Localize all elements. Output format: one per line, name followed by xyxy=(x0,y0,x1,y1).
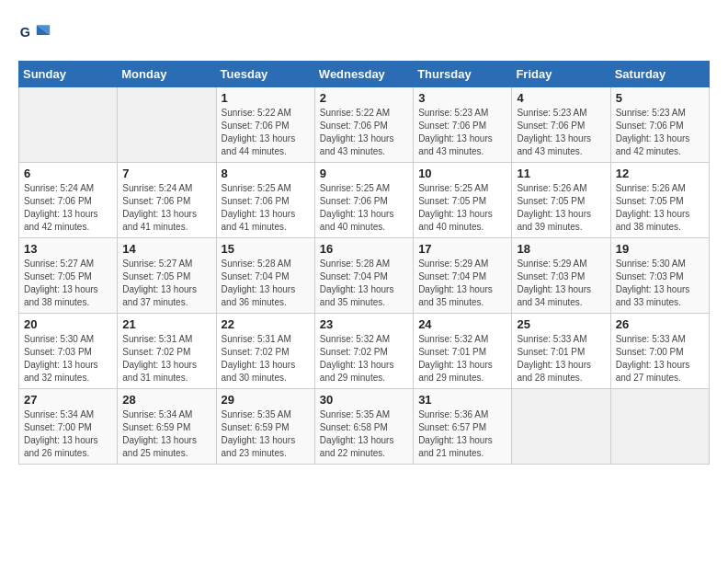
day-info: Sunrise: 5:24 AM Sunset: 7:06 PM Dayligh… xyxy=(24,182,112,234)
weekday-header-friday: Friday xyxy=(512,62,610,87)
day-number: 17 xyxy=(418,242,506,256)
calendar-week-row: 13Sunrise: 5:27 AM Sunset: 7:05 PM Dayli… xyxy=(19,238,710,314)
calendar-cell: 9Sunrise: 5:25 AM Sunset: 7:06 PM Daylig… xyxy=(314,163,413,238)
calendar-cell: 17Sunrise: 5:29 AM Sunset: 7:04 PM Dayli… xyxy=(414,238,512,314)
day-info: Sunrise: 5:22 AM Sunset: 7:06 PM Dayligh… xyxy=(320,107,408,158)
day-info: Sunrise: 5:27 AM Sunset: 7:05 PM Dayligh… xyxy=(122,258,210,309)
day-info: Sunrise: 5:24 AM Sunset: 7:06 PM Dayligh… xyxy=(122,182,210,234)
calendar-cell: 26Sunrise: 5:33 AM Sunset: 7:00 PM Dayli… xyxy=(610,314,709,389)
day-number: 2 xyxy=(320,91,408,105)
day-info: Sunrise: 5:26 AM Sunset: 7:05 PM Dayligh… xyxy=(616,182,704,234)
day-number: 1 xyxy=(222,91,310,105)
day-info: Sunrise: 5:23 AM Sunset: 7:06 PM Dayligh… xyxy=(517,107,605,158)
day-info: Sunrise: 5:36 AM Sunset: 6:57 PM Dayligh… xyxy=(418,408,506,460)
calendar-cell: 28Sunrise: 5:34 AM Sunset: 6:59 PM Dayli… xyxy=(118,389,216,465)
calendar-header-row: SundayMondayTuesdayWednesdayThursdayFrid… xyxy=(19,62,710,87)
calendar-cell: 4Sunrise: 5:23 AM Sunset: 7:06 PM Daylig… xyxy=(512,87,610,163)
day-info: Sunrise: 5:28 AM Sunset: 7:04 PM Dayligh… xyxy=(222,258,310,309)
day-number: 6 xyxy=(24,167,112,180)
day-number: 15 xyxy=(222,242,310,256)
day-info: Sunrise: 5:31 AM Sunset: 7:02 PM Dayligh… xyxy=(222,333,310,385)
day-number: 14 xyxy=(122,242,210,256)
calendar-cell xyxy=(610,389,709,465)
weekday-header-sunday: Sunday xyxy=(19,62,118,87)
day-number: 20 xyxy=(24,317,112,331)
calendar-week-row: 6Sunrise: 5:24 AM Sunset: 7:06 PM Daylig… xyxy=(19,163,710,238)
day-info: Sunrise: 5:27 AM Sunset: 7:05 PM Dayligh… xyxy=(24,258,112,309)
calendar-week-row: 1Sunrise: 5:22 AM Sunset: 7:06 PM Daylig… xyxy=(19,87,710,163)
calendar-cell: 27Sunrise: 5:34 AM Sunset: 7:00 PM Dayli… xyxy=(19,389,118,465)
day-info: Sunrise: 5:25 AM Sunset: 7:06 PM Dayligh… xyxy=(320,182,408,234)
calendar-cell: 5Sunrise: 5:23 AM Sunset: 7:06 PM Daylig… xyxy=(610,87,709,163)
day-info: Sunrise: 5:23 AM Sunset: 7:06 PM Dayligh… xyxy=(418,107,506,158)
calendar-cell: 23Sunrise: 5:32 AM Sunset: 7:02 PM Dayli… xyxy=(314,314,413,389)
day-number: 22 xyxy=(222,317,310,331)
calendar-cell: 19Sunrise: 5:30 AM Sunset: 7:03 PM Dayli… xyxy=(610,238,709,314)
calendar-cell: 3Sunrise: 5:23 AM Sunset: 7:06 PM Daylig… xyxy=(414,87,512,163)
calendar-cell: 6Sunrise: 5:24 AM Sunset: 7:06 PM Daylig… xyxy=(19,163,118,238)
calendar-cell: 21Sunrise: 5:31 AM Sunset: 7:02 PM Dayli… xyxy=(118,314,216,389)
day-number: 8 xyxy=(222,167,310,180)
day-number: 27 xyxy=(24,393,112,407)
calendar-cell: 13Sunrise: 5:27 AM Sunset: 7:05 PM Dayli… xyxy=(19,238,118,314)
calendar-cell: 18Sunrise: 5:29 AM Sunset: 7:03 PM Dayli… xyxy=(512,238,610,314)
weekday-header-wednesday: Wednesday xyxy=(314,62,413,87)
calendar-cell: 29Sunrise: 5:35 AM Sunset: 6:59 PM Dayli… xyxy=(216,389,314,465)
day-number: 5 xyxy=(616,91,704,105)
calendar-cell: 15Sunrise: 5:28 AM Sunset: 7:04 PM Dayli… xyxy=(216,238,314,314)
day-info: Sunrise: 5:32 AM Sunset: 7:01 PM Dayligh… xyxy=(418,333,506,385)
day-number: 3 xyxy=(418,91,506,105)
day-number: 28 xyxy=(122,393,210,407)
calendar-cell xyxy=(512,389,610,465)
calendar-cell: 2Sunrise: 5:22 AM Sunset: 7:06 PM Daylig… xyxy=(314,87,413,163)
day-number: 21 xyxy=(122,317,210,331)
day-number: 16 xyxy=(320,242,408,256)
weekday-header-thursday: Thursday xyxy=(414,62,512,87)
day-info: Sunrise: 5:29 AM Sunset: 7:04 PM Dayligh… xyxy=(418,258,506,309)
calendar-cell: 30Sunrise: 5:35 AM Sunset: 6:58 PM Dayli… xyxy=(314,389,413,465)
calendar-cell: 31Sunrise: 5:36 AM Sunset: 6:57 PM Dayli… xyxy=(414,389,512,465)
calendar-cell: 24Sunrise: 5:32 AM Sunset: 7:01 PM Dayli… xyxy=(414,314,512,389)
weekday-header-saturday: Saturday xyxy=(610,62,709,87)
day-number: 12 xyxy=(616,167,704,180)
weekday-header-tuesday: Tuesday xyxy=(216,62,314,87)
calendar-cell: 10Sunrise: 5:25 AM Sunset: 7:05 PM Dayli… xyxy=(414,163,512,238)
day-info: Sunrise: 5:34 AM Sunset: 7:00 PM Dayligh… xyxy=(24,408,112,460)
calendar-week-row: 27Sunrise: 5:34 AM Sunset: 7:00 PM Dayli… xyxy=(19,389,710,465)
weekday-header-monday: Monday xyxy=(118,62,216,87)
day-number: 30 xyxy=(320,393,408,407)
calendar-cell: 25Sunrise: 5:33 AM Sunset: 7:01 PM Dayli… xyxy=(512,314,610,389)
day-info: Sunrise: 5:34 AM Sunset: 6:59 PM Dayligh… xyxy=(122,408,210,460)
day-info: Sunrise: 5:35 AM Sunset: 6:58 PM Dayligh… xyxy=(320,408,408,460)
day-number: 11 xyxy=(517,167,605,180)
calendar-table: SundayMondayTuesdayWednesdayThursdayFrid… xyxy=(18,61,710,465)
day-info: Sunrise: 5:35 AM Sunset: 6:59 PM Dayligh… xyxy=(222,408,310,460)
page-header: G xyxy=(18,18,710,52)
day-info: Sunrise: 5:30 AM Sunset: 7:03 PM Dayligh… xyxy=(24,333,112,385)
calendar-cell: 7Sunrise: 5:24 AM Sunset: 7:06 PM Daylig… xyxy=(118,163,216,238)
calendar-week-row: 20Sunrise: 5:30 AM Sunset: 7:03 PM Dayli… xyxy=(19,314,710,389)
calendar-cell: 14Sunrise: 5:27 AM Sunset: 7:05 PM Dayli… xyxy=(118,238,216,314)
day-info: Sunrise: 5:26 AM Sunset: 7:05 PM Dayligh… xyxy=(517,182,605,234)
calendar-cell: 8Sunrise: 5:25 AM Sunset: 7:06 PM Daylig… xyxy=(216,163,314,238)
calendar-cell: 1Sunrise: 5:22 AM Sunset: 7:06 PM Daylig… xyxy=(216,87,314,163)
day-number: 4 xyxy=(517,91,605,105)
day-number: 13 xyxy=(24,242,112,256)
day-info: Sunrise: 5:33 AM Sunset: 7:00 PM Dayligh… xyxy=(616,333,704,385)
day-number: 9 xyxy=(320,167,408,180)
day-info: Sunrise: 5:29 AM Sunset: 7:03 PM Dayligh… xyxy=(517,258,605,309)
calendar-cell xyxy=(118,87,216,163)
day-number: 25 xyxy=(517,317,605,331)
day-info: Sunrise: 5:28 AM Sunset: 7:04 PM Dayligh… xyxy=(320,258,408,309)
day-number: 7 xyxy=(122,167,210,180)
day-info: Sunrise: 5:25 AM Sunset: 7:05 PM Dayligh… xyxy=(418,182,506,234)
day-info: Sunrise: 5:33 AM Sunset: 7:01 PM Dayligh… xyxy=(517,333,605,385)
calendar-cell xyxy=(19,87,118,163)
logo-icon: G xyxy=(18,18,51,52)
day-info: Sunrise: 5:23 AM Sunset: 7:06 PM Dayligh… xyxy=(616,107,704,158)
calendar-cell: 20Sunrise: 5:30 AM Sunset: 7:03 PM Dayli… xyxy=(19,314,118,389)
day-number: 23 xyxy=(320,317,408,331)
day-info: Sunrise: 5:22 AM Sunset: 7:06 PM Dayligh… xyxy=(222,107,310,158)
calendar-cell: 16Sunrise: 5:28 AM Sunset: 7:04 PM Dayli… xyxy=(314,238,413,314)
day-info: Sunrise: 5:30 AM Sunset: 7:03 PM Dayligh… xyxy=(616,258,704,309)
